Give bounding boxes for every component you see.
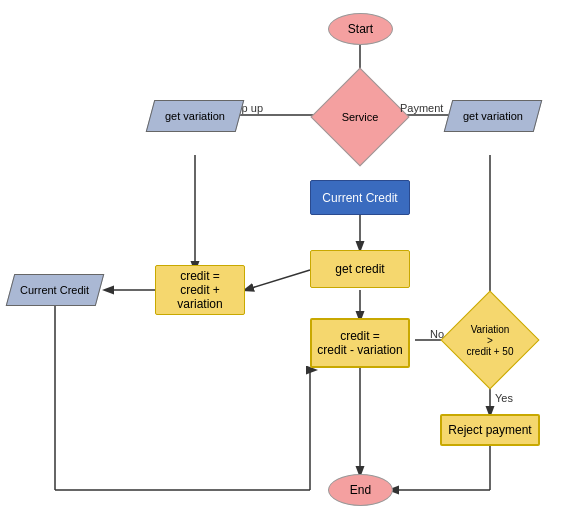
arrows <box>0 0 583 530</box>
end-label: End <box>350 483 371 497</box>
variation-label: Variation > credit + 50 <box>467 324 514 357</box>
end-node: End <box>328 474 393 506</box>
start-node: Start <box>328 13 393 45</box>
get-credit: get credit <box>310 250 410 288</box>
start-label: Start <box>348 22 373 36</box>
credit-add-label: credit = credit + variation <box>156 269 244 311</box>
current-credit-left-label: Current Credit <box>20 284 89 296</box>
current-credit-blue: Current Credit <box>310 180 410 215</box>
yes-label: Yes <box>495 392 513 404</box>
service-diamond: Service <box>325 82 395 152</box>
no-label: No <box>430 328 444 340</box>
get-variation-right: get variation <box>444 100 543 132</box>
current-credit-blue-label: Current Credit <box>322 191 397 205</box>
current-credit-left: Current Credit <box>6 274 105 306</box>
flowchart: Start Service Top up Payment get variati… <box>0 0 583 530</box>
reject-payment: Reject payment <box>440 414 540 446</box>
get-variation-left-label: get variation <box>165 110 225 122</box>
credit-sub: credit = credit - variation <box>310 318 410 368</box>
get-variation-right-label: get variation <box>463 110 523 122</box>
service-label: Service <box>342 111 379 123</box>
get-credit-label: get credit <box>335 262 384 276</box>
get-variation-left: get variation <box>146 100 245 132</box>
svg-line-6 <box>245 270 310 290</box>
credit-add: credit = credit + variation <box>155 265 245 315</box>
reject-payment-label: Reject payment <box>448 423 531 437</box>
payment-label: Payment <box>400 102 443 114</box>
variation-diamond: Variation > credit + 50 <box>450 300 530 380</box>
credit-sub-label: credit = credit - variation <box>317 329 402 357</box>
